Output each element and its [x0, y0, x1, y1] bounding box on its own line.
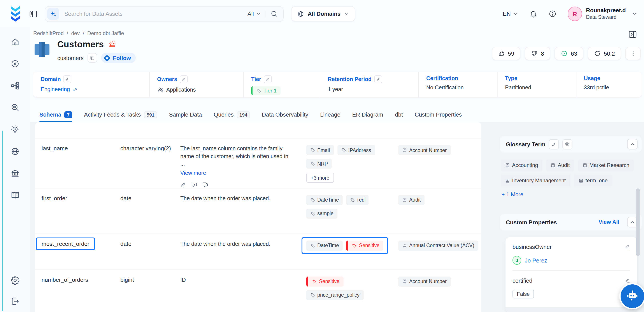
language-dropdown[interactable]: EN	[503, 11, 518, 17]
tab-er-diagram[interactable]: ER Diagram	[352, 107, 383, 122]
glossary-term-chip[interactable]: Inventory Management	[501, 175, 570, 186]
tag-chip[interactable]: sample	[306, 208, 338, 218]
comment-icon[interactable]	[562, 139, 572, 149]
downvote-button[interactable]: 8	[525, 47, 550, 60]
edit-icon[interactable]	[624, 244, 630, 250]
column-name[interactable]: last_name	[42, 145, 68, 152]
tab-activity-feeds-tasks[interactable]: Activity Feeds & Tasks591	[84, 107, 157, 122]
meta-value-link[interactable]: Engineering	[41, 86, 146, 92]
tag-chip[interactable]: price_range_policy	[306, 290, 364, 300]
selected-tags-box: DateTimeSensitive	[302, 237, 388, 254]
tab-dbt[interactable]: dbt	[395, 107, 403, 122]
tier-chip[interactable]: Tier 1	[251, 86, 280, 95]
breadcrumb-item[interactable]: RedshiftProd	[33, 30, 64, 36]
tab-schema[interactable]: Schema7	[40, 107, 72, 122]
explore-icon[interactable]	[10, 59, 20, 68]
meta-value-text: Applications	[166, 87, 196, 93]
tag-chip[interactable]: DateTime	[306, 195, 343, 205]
glossary-term-label: Audit	[558, 162, 570, 168]
more-actions-button[interactable]	[626, 47, 641, 60]
home-icon[interactable]	[10, 37, 20, 47]
glossary-icon[interactable]	[10, 191, 20, 200]
alert-siren-icon[interactable]	[108, 40, 117, 49]
glossary-term-chip[interactable]: term_one	[574, 175, 612, 186]
follow-button[interactable]: Follow	[101, 53, 136, 63]
search-input[interactable]	[64, 10, 248, 18]
more-tags-chip[interactable]: +3 more	[306, 173, 334, 183]
user-link[interactable]: Jo Perez	[525, 257, 547, 264]
glossary-term-chip[interactable]: Market Research	[578, 160, 634, 171]
tab-sample-data[interactable]: Sample Data	[169, 107, 202, 122]
observability-icon[interactable]	[10, 103, 20, 112]
tag-chip[interactable]: DateTime	[306, 240, 343, 250]
chat-bot-button[interactable]	[619, 283, 644, 309]
edit-icon[interactable]	[64, 75, 71, 83]
glossary-term-chip[interactable]: Annual Contract Value (ACV)	[398, 240, 478, 250]
glossary-term-chip[interactable]: Account Number	[398, 276, 450, 286]
column-name[interactable]: first_order	[42, 195, 67, 201]
tag-chip[interactable]: NRP	[306, 159, 332, 169]
tab-lineage[interactable]: Lineage	[320, 107, 340, 122]
edit-icon[interactable]	[549, 139, 559, 149]
glossary-more-link[interactable]: + 1 More	[502, 192, 523, 198]
tab-custom-properties[interactable]: Custom Properties	[415, 107, 462, 122]
table-row: first_orderdateThe date when the order w…	[35, 188, 482, 234]
collapse-icon[interactable]	[627, 139, 638, 149]
settings-icon[interactable]	[10, 276, 20, 285]
ai-sparkle-icon[interactable]	[47, 8, 59, 20]
user-menu[interactable]: R Rounakpreet.d Data Steward	[568, 7, 637, 21]
edit-icon[interactable]	[374, 75, 382, 83]
tag-icon	[310, 211, 315, 216]
column-name[interactable]: number_of_orders	[42, 276, 88, 283]
score-button[interactable]: 50.2	[588, 47, 621, 60]
help-icon[interactable]	[548, 10, 557, 18]
glossary-term-chip[interactable]: Accounting	[501, 160, 542, 171]
app-viewport: All All Domains EN R Rounakpreet.d Data …	[0, 0, 644, 312]
edit-icon[interactable]	[624, 278, 630, 283]
insights-icon[interactable]	[10, 125, 20, 134]
domains-icon[interactable]	[10, 147, 20, 156]
tag-chip[interactable]: IPAddress	[338, 145, 375, 155]
upvote-button[interactable]: 59	[492, 47, 520, 60]
edit-icon[interactable]	[264, 75, 272, 83]
book-icon	[578, 178, 584, 183]
app-logo-icon[interactable]	[8, 5, 23, 23]
breadcrumb-item[interactable]: dev	[71, 30, 80, 36]
tag-chip[interactable]: Sensitive	[306, 276, 343, 286]
glossary-term-chip[interactable]: Account Number	[398, 145, 450, 155]
right-panel-toggle-icon[interactable]	[628, 30, 637, 39]
edit-icon[interactable]	[180, 75, 188, 83]
page-scrollbar[interactable]	[636, 188, 640, 256]
column-name[interactable]: most_recent_order	[36, 237, 95, 250]
tab-queries[interactable]: Queries194	[214, 107, 250, 122]
glossary-term-chip[interactable]: Audit	[546, 160, 574, 171]
glossary-term-chip[interactable]: Audit	[398, 195, 424, 205]
tab-data-observability[interactable]: Data Observability	[262, 107, 308, 122]
edit-icon[interactable]	[180, 182, 186, 188]
star-badge-icon	[104, 55, 110, 61]
search-scope-dropdown[interactable]: All	[248, 11, 261, 17]
conversation-icon[interactable]	[202, 182, 208, 188]
sidebar-toggle-icon[interactable]	[29, 10, 38, 18]
view-more-link[interactable]: View more	[180, 170, 206, 176]
request-description-icon[interactable]	[191, 182, 198, 188]
lineage-icon[interactable]	[10, 81, 20, 90]
column-name-cell: most_recent_order	[35, 234, 114, 269]
all-domains-button[interactable]: All Domains	[291, 6, 355, 22]
view-all-link[interactable]: View All	[599, 219, 620, 225]
notifications-bell-icon[interactable]	[529, 10, 538, 18]
user-avatar[interactable]: R	[568, 7, 582, 21]
views-button[interactable]: 63	[554, 47, 583, 60]
meta-value-text: Partitioned	[505, 85, 531, 91]
tag-chip[interactable]: Email	[306, 145, 334, 155]
custom-property-item: certifiedFalse	[512, 270, 630, 304]
tag-chip[interactable]: Sensitive	[346, 240, 384, 250]
global-search[interactable]: All	[45, 6, 284, 22]
search-icon[interactable]	[270, 10, 278, 18]
logout-icon[interactable]	[10, 297, 20, 306]
tag-chip[interactable]: red	[346, 195, 368, 205]
copy-icon[interactable]	[88, 53, 97, 63]
breadcrumb-item[interactable]: Demo dbt Jaffle	[87, 30, 124, 36]
column-type: bigint	[120, 276, 134, 283]
governance-icon[interactable]	[10, 169, 20, 178]
